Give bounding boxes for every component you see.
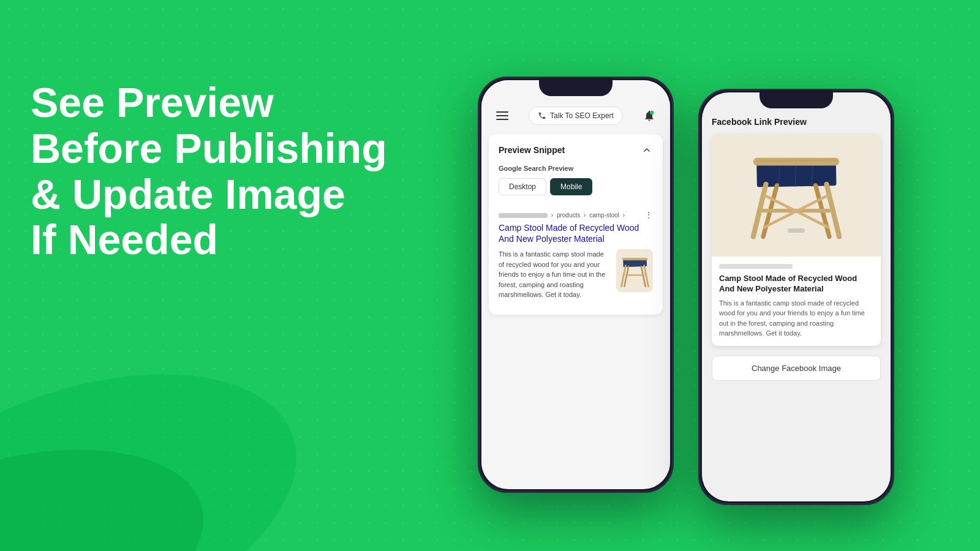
more-options-button[interactable]: ⋮	[644, 210, 653, 220]
url-blurred	[499, 213, 548, 218]
phone1-header: Talk To SEO Expert	[481, 80, 670, 134]
tab-desktop[interactable]: Desktop	[499, 178, 546, 195]
result-body: This is a fantastic camp stool made of r…	[499, 249, 653, 300]
fb-card-body: Camp Stool Made of Recycled Wood And New…	[712, 257, 881, 346]
chevron-right-3: ›	[623, 212, 625, 219]
search-result: › products › camp-stool › ⋮ Camp Stool M…	[499, 205, 653, 305]
fb-card-image	[712, 134, 881, 257]
hero-line3: & Update Image	[31, 171, 387, 217]
svg-rect-23	[788, 228, 805, 233]
preview-snippet-header: Preview Snippet	[499, 144, 653, 156]
url-path2: camp-stool	[589, 212, 619, 219]
phone-seo-preview: Talk To SEO Expert Preview Snippet	[478, 77, 674, 493]
hero-line1: See Preview	[31, 80, 387, 126]
phones-container: Talk To SEO Expert Preview Snippet	[392, 0, 980, 551]
camp-stool-image-small	[618, 251, 652, 291]
result-thumbnail	[616, 249, 653, 292]
result-description: This is a fantastic camp stool made of r…	[499, 249, 611, 300]
hamburger-icon	[496, 111, 508, 120]
change-facebook-image-button[interactable]: Change Facebook Image	[712, 356, 881, 381]
svg-rect-21	[753, 158, 839, 166]
wave-decoration	[0, 282, 380, 551]
bell-icon	[643, 110, 655, 122]
hero-text-block: See Preview Before Publishing & Update I…	[31, 80, 387, 263]
fb-preview-container: Facebook Link Preview	[702, 92, 891, 391]
seo-expert-button[interactable]: Talk To SEO Expert	[529, 107, 623, 125]
fb-preview-title: Facebook Link Preview	[712, 117, 881, 127]
svg-point-2	[650, 111, 654, 115]
fb-link-card: Camp Stool Made of Recycled Wood And New…	[712, 134, 881, 346]
preview-snippet-card: Preview Snippet Google Search Preview De…	[489, 134, 663, 315]
hamburger-button[interactable]	[491, 105, 513, 127]
chevron-right-2: ›	[584, 212, 586, 219]
hero-line4: If Needed	[31, 217, 387, 263]
view-tabs: Desktop Mobile	[499, 178, 653, 195]
phone1-screen: Talk To SEO Expert Preview Snippet	[481, 80, 670, 489]
url-path1: products	[557, 212, 580, 219]
phone-facebook-preview: Facebook Link Preview	[698, 89, 894, 505]
url-text: › products › camp-stool ›	[499, 212, 627, 219]
url-row: › products › camp-stool › ⋮	[499, 210, 653, 220]
chevron-right-1: ›	[551, 212, 553, 219]
hero-line2: Before Publishing	[31, 126, 387, 171]
chevron-up-icon	[642, 145, 652, 155]
collapse-button[interactable]	[641, 144, 653, 156]
tab-mobile[interactable]: Mobile	[550, 178, 592, 195]
svg-rect-9	[622, 258, 647, 260]
google-search-label: Google Search Preview	[499, 165, 653, 172]
bell-button[interactable]	[638, 105, 660, 127]
preview-snippet-title: Preview Snippet	[499, 145, 565, 155]
result-title[interactable]: Camp Stool Made of Recycled Wood And New…	[499, 222, 653, 244]
fb-card-title: Camp Stool Made of Recycled Wood And New…	[719, 274, 873, 294]
fb-url-blurred	[719, 264, 793, 269]
seo-expert-label: Talk To SEO Expert	[550, 111, 614, 120]
phone-icon	[538, 111, 546, 120]
fb-card-desc: This is a fantastic camp stool made of r…	[719, 298, 873, 339]
phone2-screen: Facebook Link Preview	[702, 92, 891, 501]
camp-stool-image-large	[741, 137, 851, 253]
